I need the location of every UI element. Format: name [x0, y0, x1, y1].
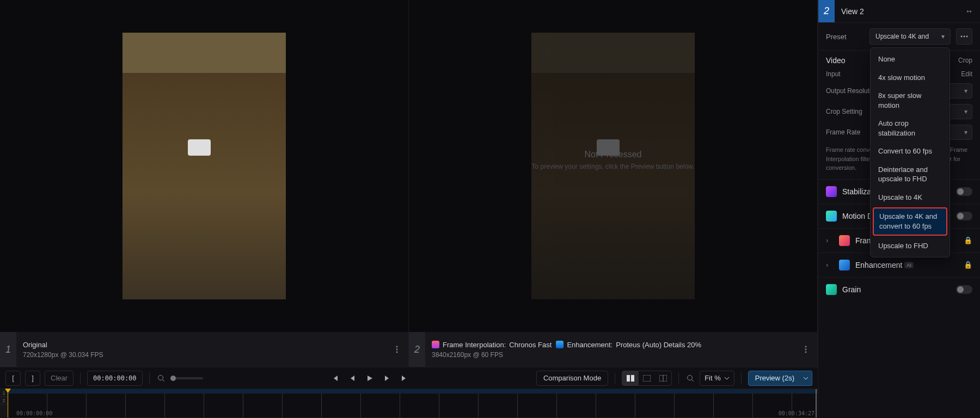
go-to-start-button[interactable]	[328, 371, 342, 385]
motion-deblur-icon	[826, 211, 837, 222]
preview-meta: 3840x2160px @ 60 FPS	[432, 351, 792, 359]
step-back-button[interactable]	[345, 371, 359, 385]
preset-option-upscale-4k-60fps[interactable]: Upscale to 4K and convert to 60 fps	[873, 207, 947, 235]
settings-panel-header: 2 View 2	[818, 0, 980, 23]
svg-point-3	[805, 346, 807, 348]
preview-menu-button[interactable]	[390, 342, 404, 356]
frame-interpolation-icon	[839, 235, 850, 246]
timecode-input[interactable]: 00:00:00:00	[87, 371, 142, 386]
preset-selected-value: Upscale to 4K and	[875, 33, 929, 40]
comparison-mode-button[interactable]: Comparison Mode	[536, 371, 608, 386]
separator	[678, 373, 679, 384]
expand-panel-button[interactable]	[961, 4, 977, 19]
expand-horizontal-icon	[965, 9, 973, 14]
svg-point-5	[805, 352, 807, 353]
motion-deblur-toggle[interactable]	[956, 212, 972, 220]
timeline-start-timecode: 00:00:00:00	[16, 410, 52, 416]
svg-point-1	[396, 349, 398, 351]
preset-option-convert-60fps[interactable]: Convert to 60 fps	[871, 142, 950, 161]
step-forward-button[interactable]	[380, 371, 394, 385]
ai-badge: AI	[904, 262, 914, 268]
stabilization-toggle[interactable]	[956, 187, 972, 196]
preset-option-deinterlace-fhd[interactable]: Deinterlace and upscale to FHD	[871, 161, 950, 188]
preset-option-none[interactable]: None	[871, 50, 950, 69]
svg-rect-8	[627, 375, 630, 382]
active-view-tab[interactable]: 2	[818, 0, 835, 22]
layout-segmented-control	[622, 371, 672, 386]
chip-enhancement: Enhancement: Proteus (Auto) Details 20%	[556, 341, 701, 349]
chip-frame-interpolation: Frame Interpolation: Chronos Fast	[432, 341, 552, 349]
separator	[741, 373, 742, 384]
zoom-out-icon[interactable]	[156, 373, 166, 383]
preview-meta: 720x1280px @ 30.034 FPS	[23, 351, 383, 359]
preview-button[interactable]: Preview (2s)	[748, 371, 801, 386]
clear-marks-button[interactable]: Clear	[45, 371, 74, 386]
zoom-icon[interactable]	[685, 373, 695, 383]
enhancement-label: Enhancement	[855, 261, 902, 269]
preview-options-dropdown[interactable]	[799, 371, 812, 386]
svg-point-17	[966, 36, 968, 38]
svg-point-0	[396, 346, 398, 348]
preview-canvas-2[interactable]: Not Processed To preview your settings, …	[409, 0, 817, 332]
preset-option-upscale-fhd[interactable]: Upscale to FHD	[871, 237, 950, 255]
crop-link[interactable]: Crop	[958, 57, 972, 64]
preset-option-8x-slow[interactable]: 8x super slow motion	[871, 87, 950, 114]
preview-footer-1: 1 Original 720x1280px @ 30.034 FPS	[0, 332, 408, 367]
svg-point-2	[396, 352, 398, 353]
interpolation-chip-icon	[432, 341, 439, 348]
preset-option-auto-crop[interactable]: Auto crop stabilization	[871, 114, 950, 142]
dots-vertical-icon	[396, 346, 398, 353]
chevron-down-icon: ▾	[941, 33, 945, 40]
enhancement-icon	[839, 260, 850, 271]
playback-controls	[328, 371, 412, 385]
preview-canvas-1[interactable]	[0, 0, 408, 332]
edit-input-link[interactable]: Edit	[961, 70, 972, 78]
svg-rect-9	[631, 375, 634, 382]
grain-toggle[interactable]	[956, 285, 972, 294]
chip-label: Enhancement:	[567, 341, 612, 349]
svg-point-6	[158, 375, 163, 380]
timeline[interactable]: 1 2 00:00:00:00 00:00:34:27	[0, 389, 818, 418]
preset-dropdown[interactable]: Upscale to 4K and ▾ None 4x slow motion …	[869, 28, 951, 45]
preset-option-upscale-4k[interactable]: Upscale to 4K	[871, 188, 950, 207]
not-processed-title: Not Processed	[409, 150, 817, 159]
mark-out-button[interactable]: ]	[25, 371, 40, 386]
go-to-end-button[interactable]	[397, 371, 412, 385]
play-button[interactable]	[363, 371, 377, 385]
lock-icon: 🔒	[964, 261, 972, 269]
panel-title: View 2	[835, 7, 961, 16]
chip-value: Chronos Fast	[509, 341, 552, 349]
playhead[interactable]	[8, 389, 8, 417]
svg-point-16	[964, 36, 965, 38]
preview-footer-2: 2 Frame Interpolation: Chronos Fast Enha…	[409, 332, 817, 367]
preset-more-button[interactable]	[956, 28, 972, 45]
layout-single-button[interactable]	[639, 371, 655, 385]
fit-zoom-dropdown[interactable]: Fit %	[700, 371, 734, 386]
timeline-end-timecode: 00:00:34:27	[779, 410, 814, 416]
timeline-ruler[interactable]: 00:00:00:00 00:00:34:27	[8, 389, 818, 418]
stabilization-icon	[826, 186, 837, 197]
mark-in-button[interactable]: [	[5, 371, 21, 386]
timeline-track-labels: 1 2	[0, 389, 8, 418]
svg-point-13	[688, 375, 693, 380]
layout-split-button[interactable]	[655, 371, 671, 385]
layout-side-by-side-button[interactable]	[622, 371, 639, 385]
preset-option-4x-slow[interactable]: 4x slow motion	[871, 69, 950, 87]
chip-value: Proteus (Auto) Details 20%	[616, 341, 701, 349]
zoom-slider[interactable]	[170, 377, 203, 379]
preset-label: Preset	[826, 33, 864, 41]
fit-zoom-label: Fit %	[705, 374, 721, 382]
preview-menu-button[interactable]	[799, 342, 813, 356]
preset-row: Preset Upscale to 4K and ▾ None 4x slow …	[818, 23, 980, 50]
preset-dropdown-menu: None 4x slow motion 8x super slow motion…	[870, 47, 950, 257]
grain-feature-row[interactable]: Grain	[818, 277, 980, 302]
not-processed-subtitle: To preview your settings, click the Prev…	[409, 163, 817, 170]
grain-label: Grain	[842, 285, 861, 294]
chevron-right-icon: ›	[826, 236, 834, 244]
lock-icon: 🔒	[964, 236, 972, 244]
not-processed-overlay: Not Processed To preview your settings, …	[409, 150, 817, 170]
preview-pane-1: 1 Original 720x1280px @ 30.034 FPS	[0, 0, 409, 367]
grain-icon	[826, 284, 837, 295]
settings-panel: 2 View 2 Preset Upscale to 4K and ▾ None…	[818, 0, 980, 418]
track-label-2: 2	[0, 397, 8, 404]
